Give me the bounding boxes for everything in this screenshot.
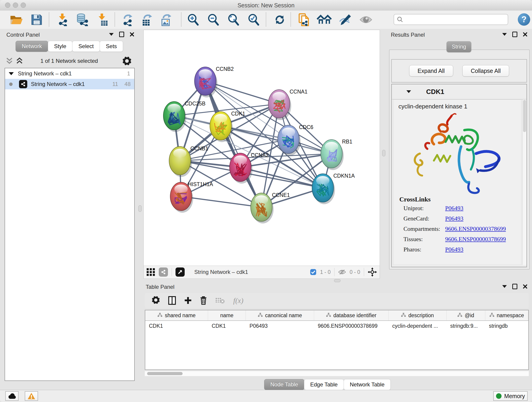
crosslink-link[interactable]: P06493 [445, 215, 463, 222]
hidden-eye-icon[interactable] [338, 269, 346, 275]
show-hide-eye-button[interactable] [359, 15, 373, 25]
select-columns-icon[interactable] [168, 296, 176, 305]
tab-edge-table[interactable]: Edge Table [304, 379, 344, 390]
help-button[interactable]: ? [518, 13, 530, 26]
float-panel-icon[interactable] [512, 284, 517, 289]
hierarchy-column-icon [326, 313, 331, 319]
table-toolbar: f(x) [145, 293, 529, 308]
zoom-selected-button[interactable] [248, 13, 260, 26]
table-cell: stringdb [485, 323, 528, 329]
column-header-canonical-name[interactable]: canonical name [246, 310, 314, 320]
tab-sets[interactable]: Sets [100, 41, 123, 52]
grid-view-icon[interactable] [146, 268, 155, 276]
delete-column-trash-icon[interactable] [200, 296, 207, 305]
node-label-CCNB1: CCNB1 [190, 146, 208, 152]
zoom-in-icon [187, 13, 199, 26]
node-entry-name: CDK1 [426, 88, 444, 96]
warnings-button[interactable] [25, 391, 38, 401]
results-scrollbar[interactable] [522, 99, 526, 265]
birds-eye-view-button[interactable] [176, 268, 185, 277]
show-graphics-details-button[interactable] [339, 14, 352, 26]
splitter-grip[interactable] [138, 205, 142, 212]
network-canvas[interactable]: CCNB2CCNA1CDC25BCDK1CDC6RB1CCNB1CCNA2CDK… [144, 30, 380, 266]
network-node-CCNE1[interactable]: CCNE1 [251, 192, 290, 223]
clone-network-button[interactable] [298, 13, 311, 26]
tab-style[interactable]: Style [48, 41, 72, 52]
table-horizontal-scrollbar[interactable] [145, 371, 529, 376]
network-node-CCNA2[interactable]: CCNA2 [230, 152, 269, 184]
cloud-status-button[interactable] [5, 391, 19, 401]
zoom-out-button[interactable] [208, 13, 220, 26]
export-table-icon [141, 13, 153, 26]
expand-all-button[interactable]: Expand All [409, 65, 453, 77]
crosslink-link[interactable]: 9606.ENSP00000378699 [445, 236, 506, 243]
column-header-database-identifier[interactable]: database identifier [314, 310, 389, 320]
crosslink-link[interactable]: P06493 [445, 246, 463, 253]
network-collection-row[interactable]: String Network – cdk1 1 [5, 68, 134, 79]
column-header-shared-name[interactable]: shared name [145, 310, 208, 320]
selected-checkbox-icon[interactable] [310, 269, 317, 275]
network-node-CCNB1[interactable]: CCNB1 [169, 146, 208, 177]
collapse-all-button[interactable]: Collapse All [462, 65, 509, 77]
close-panel-icon[interactable] [130, 32, 134, 37]
home-string-button[interactable] [317, 14, 332, 26]
network-node-CCNA1[interactable]: CCNA1 [268, 89, 307, 120]
column-header-description[interactable]: description [389, 310, 447, 320]
panel-menu-icon[interactable] [502, 33, 507, 36]
table-row[interactable]: CDK1CDK1P064939606.ENSP00000378699cyclin… [145, 321, 528, 331]
crosslink-link[interactable]: 9606.ENSP00000378699 [445, 225, 506, 232]
collapse-entry-icon[interactable] [406, 90, 411, 93]
column-header-namespace[interactable]: namespace [485, 310, 528, 320]
float-panel-icon[interactable] [119, 32, 124, 37]
network-row-selected[interactable]: String Network – cdk1 11 48 [5, 79, 134, 89]
close-panel-icon[interactable] [523, 284, 527, 289]
add-column-icon[interactable] [184, 297, 191, 304]
table-panel: Table Panel [143, 282, 530, 389]
network-share-icon [19, 80, 27, 88]
network-node-CDKN1A[interactable]: CDKN1A [312, 173, 355, 204]
search-input[interactable] [405, 16, 508, 23]
collection-label: String Network – cdk1 [18, 70, 72, 77]
network-node-HIST1H1A[interactable]: HIST1H1A [170, 181, 213, 213]
float-panel-icon[interactable] [512, 32, 517, 37]
save-session-button[interactable] [31, 14, 43, 26]
tab-string[interactable]: String [447, 41, 471, 52]
network-icon[interactable] [159, 268, 168, 277]
import-network-from-database-button[interactable] [75, 13, 89, 26]
import-network-button[interactable] [57, 13, 69, 26]
refresh-view-button[interactable] [274, 14, 285, 26]
splitter-grip[interactable] [334, 279, 341, 282]
tab-network-table[interactable]: Network Table [344, 379, 391, 390]
export-image-button[interactable] [160, 13, 172, 26]
title-bar: Session: New Session [0, 0, 532, 11]
tree-expand-icon[interactable] [9, 72, 14, 75]
node-label-HIST1H1A: HIST1H1A [188, 181, 213, 187]
tab-node-table[interactable]: Node Table [264, 379, 304, 390]
panel-menu-icon[interactable] [502, 285, 507, 288]
zoom-fit-button[interactable] [228, 13, 240, 26]
table-tabs: Node TableEdge TableNetwork Table [264, 379, 390, 390]
table-options-gear-icon[interactable] [152, 296, 160, 305]
splitter-grip[interactable] [382, 150, 385, 156]
crosslink-row: Pharos:P06493 [399, 244, 521, 255]
close-panel-icon[interactable] [523, 32, 527, 37]
network-node-RB1[interactable]: RB1 [321, 139, 352, 170]
crosslink-link[interactable]: P06493 [445, 205, 463, 212]
network-options-gear-icon[interactable] [122, 56, 132, 66]
network-node-CCNB2[interactable]: CCNB2 [195, 66, 234, 97]
column-header--id[interactable]: @id [447, 310, 485, 320]
zoom-in-button[interactable] [187, 13, 199, 26]
tab-select[interactable]: Select [72, 41, 100, 52]
tab-network[interactable]: Network [16, 41, 48, 52]
export-network-button[interactable] [121, 13, 134, 26]
import-table-button[interactable] [97, 13, 109, 26]
panel-menu-icon[interactable] [109, 33, 114, 36]
export-table-button[interactable] [141, 13, 153, 26]
open-session-button[interactable] [10, 14, 23, 25]
results-panel-title: Results Panel [391, 32, 425, 38]
pan-crosshair-icon[interactable] [368, 268, 377, 277]
column-header-name[interactable]: name [208, 310, 246, 320]
column-label: @id [465, 313, 474, 319]
memory-button[interactable]: Memory [493, 391, 528, 401]
node-entry-header[interactable]: CDK1 [392, 84, 526, 99]
